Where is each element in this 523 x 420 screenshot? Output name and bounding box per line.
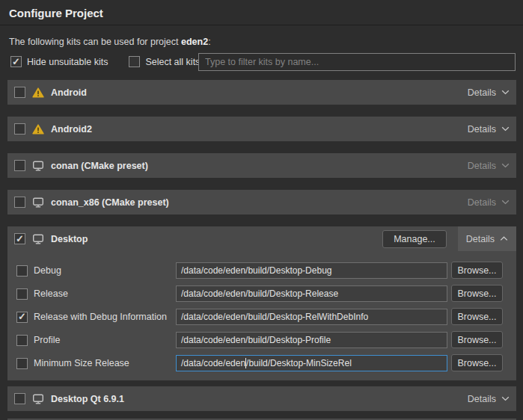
- desktop-monitor-icon: [32, 197, 44, 208]
- build-config-label: Debug: [34, 265, 61, 276]
- details-label: Details: [468, 161, 496, 171]
- kit-name: Android: [51, 87, 87, 98]
- select-all-kits-label: Select all kits: [145, 57, 200, 67]
- chevron-down-icon: [501, 396, 510, 401]
- details-label: Details: [468, 87, 496, 98]
- build-config-label: Release: [34, 288, 68, 299]
- kit-row-android2: Android2 Details: [7, 117, 516, 141]
- kit-name: Desktop: [51, 234, 88, 244]
- kit-name: Android2: [51, 124, 92, 135]
- build-config-row-release: Release Browse...: [7, 285, 516, 303]
- check-icon: ✓: [16, 234, 24, 244]
- build-config-label: Minimum Size Release: [34, 358, 129, 368]
- details-label: Details: [468, 124, 496, 135]
- title-separator: [0, 25, 523, 25]
- chevron-down-icon: [501, 90, 510, 95]
- kit-conan-x86-checkbox[interactable]: [14, 197, 25, 208]
- kit-row-desktop-qt: Desktop Qt 6.9.1 Details: [7, 386, 516, 411]
- details-label: Details: [466, 234, 495, 244]
- kit-android-checkbox[interactable]: [14, 87, 25, 98]
- chevron-down-icon: [501, 163, 510, 168]
- kits-description-suffix: :: [208, 37, 210, 47]
- kit-panel-desktop: ✓ Desktop Manage... Details Debug Browse…: [7, 226, 516, 380]
- minsizerel-path-input[interactable]: /data/code/eden/build/Desktop-MinSizeRel: [176, 355, 447, 371]
- warning-icon: [32, 124, 44, 135]
- profile-checkbox[interactable]: [16, 335, 28, 346]
- select-all-kits-checkbox[interactable]: [129, 56, 140, 67]
- debug-browse-button[interactable]: Browse...: [451, 262, 503, 279]
- kits-description: The following kits can be used for proje…: [9, 37, 211, 47]
- kit-name: Desktop Qt 6.9.1: [51, 394, 124, 404]
- release-path-input[interactable]: [176, 285, 447, 302]
- check-icon: ✓: [12, 57, 20, 67]
- kit-android2-checkbox[interactable]: [14, 123, 25, 135]
- path-text-after-caret: /build/Desktop-MinSizeRel: [246, 358, 352, 368]
- kits-description-prefix: The following kits can be used for proje…: [9, 37, 181, 47]
- relwithdebinfo-path-input[interactable]: [176, 309, 447, 325]
- warning-icon: [32, 87, 44, 98]
- profile-browse-button[interactable]: Browse...: [451, 331, 503, 348]
- kit-android-details-button[interactable]: Details: [468, 87, 510, 98]
- kit-name: conan_x86 (CMake preset): [51, 197, 169, 208]
- check-icon: ✓: [18, 312, 26, 321]
- configure-project-page: Configure Project The following kits can…: [0, 0, 523, 420]
- kit-desktop-details-button[interactable]: Details: [458, 226, 516, 251]
- chevron-up-icon: [500, 236, 508, 241]
- chevron-down-icon: [501, 126, 510, 132]
- build-config-label: Release with Debug Information: [34, 312, 167, 322]
- hide-unsuitable-kits-label: Hide unsuitable kits: [27, 57, 108, 67]
- details-label: Details: [468, 394, 496, 404]
- filter-bar: ✓ Hide unsuitable kits Select all kits: [10, 56, 200, 67]
- kit-desktop-qt-checkbox[interactable]: [14, 393, 25, 404]
- debug-path-input[interactable]: [176, 262, 447, 279]
- chevron-down-icon: [501, 200, 510, 205]
- kit-conan-checkbox[interactable]: [14, 160, 25, 171]
- minsizerel-browse-button[interactable]: Browse...: [451, 354, 503, 371]
- kit-row-conan: conan (CMake preset) Details: [7, 153, 516, 178]
- release-browse-button[interactable]: Browse...: [451, 285, 503, 302]
- build-config-label: Profile: [34, 335, 60, 345]
- minsizerel-checkbox[interactable]: [16, 358, 28, 369]
- kit-desktop-qt-details-button[interactable]: Details: [468, 394, 510, 404]
- debug-checkbox[interactable]: [16, 265, 28, 277]
- page-title: Configure Project: [9, 7, 103, 19]
- project-name: eden2: [181, 37, 208, 47]
- profile-path-input[interactable]: [176, 332, 447, 348]
- details-label: Details: [468, 197, 496, 208]
- build-config-row-relwithdebinfo: ✓ Release with Debug Information Browse.…: [7, 308, 516, 326]
- kit-desktop-checkbox[interactable]: ✓: [14, 233, 25, 244]
- kit-row-android: Android Details: [7, 80, 516, 105]
- release-checkbox[interactable]: [16, 288, 28, 300]
- build-config-row-profile: Profile Browse...: [7, 331, 516, 349]
- kit-name: conan (CMake preset): [51, 161, 148, 171]
- kit-conan-details-button[interactable]: Details: [468, 161, 510, 171]
- kit-row-desktop: ✓ Desktop Manage... Details: [7, 226, 516, 251]
- relwithdebinfo-checkbox[interactable]: ✓: [16, 312, 28, 323]
- build-config-row-minsizerel: Minimum Size Release /data/code/eden/bui…: [7, 354, 516, 372]
- hide-unsuitable-kits-checkbox[interactable]: ✓: [10, 56, 22, 67]
- relwithdebinfo-browse-button[interactable]: Browse...: [451, 308, 503, 325]
- kit-android2-details-button[interactable]: Details: [468, 124, 510, 135]
- kit-filter-input[interactable]: [198, 53, 516, 71]
- desktop-monitor-icon: [32, 234, 44, 244]
- kit-row-conan-x86: conan_x86 (CMake preset) Details: [7, 190, 516, 214]
- path-text-before-caret: /data/code/eden: [181, 358, 245, 368]
- kit-conan-x86-details-button[interactable]: Details: [468, 197, 510, 208]
- desktop-monitor-icon: [32, 394, 44, 404]
- build-config-row-debug: Debug Browse...: [7, 262, 516, 280]
- desktop-monitor-icon: [32, 161, 44, 171]
- manage-kits-button[interactable]: Manage...: [382, 230, 447, 248]
